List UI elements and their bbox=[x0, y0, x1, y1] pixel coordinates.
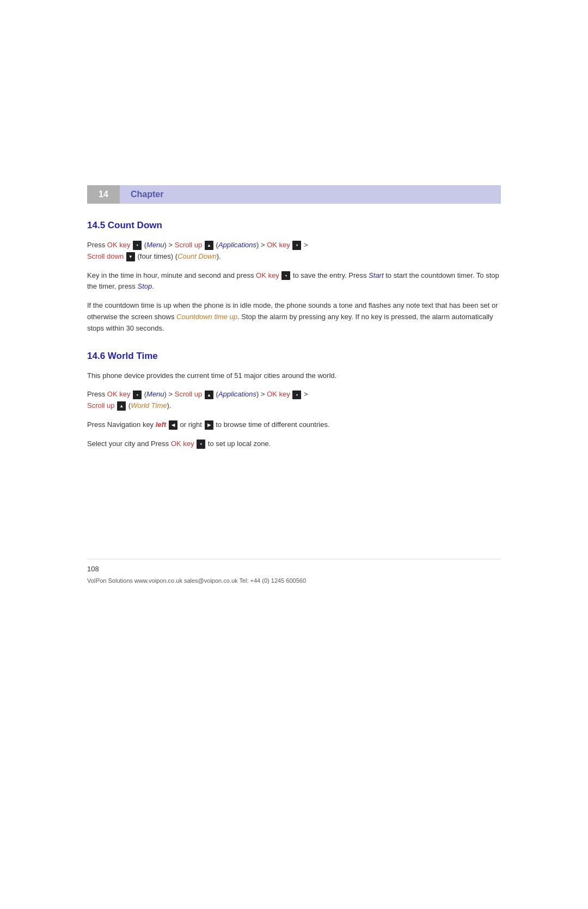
menu-italic-2: Menu bbox=[146, 390, 164, 398]
menu-italic-1: Menu bbox=[146, 241, 164, 249]
content-area: 14 Chapter 14.5 Count Down Press OK key … bbox=[0, 0, 588, 617]
left-arrow-icon bbox=[169, 420, 177, 430]
right-label: right bbox=[188, 420, 202, 429]
ok-key-icon-3: ▪ bbox=[281, 271, 290, 280]
section-14-5: 14.5 Count Down Press OK key ▪ (Menu) > … bbox=[87, 220, 501, 334]
ok-key-text-1: OK key bbox=[107, 241, 131, 249]
scroll-down-text-1: Scroll down bbox=[87, 252, 124, 260]
scroll-down-icon-1 bbox=[126, 252, 135, 261]
stop-link: Stop bbox=[137, 282, 152, 290]
footer-contact: VoIPon Solutions www.voipon.co.uk sales@… bbox=[87, 577, 501, 584]
section-46-para1: This phone device provides the current t… bbox=[87, 370, 501, 382]
ok-key-icon-6: ▪ bbox=[197, 440, 205, 448]
chapter-number: 14 bbox=[87, 185, 120, 204]
left-label: left bbox=[156, 420, 167, 429]
countdown-time-up-link: Countdown time up bbox=[176, 313, 237, 321]
section-45-para3: If the countdown time is up when the pho… bbox=[87, 300, 501, 334]
start-link: Start bbox=[369, 271, 383, 279]
world-time-link: World Time bbox=[131, 401, 167, 410]
page-number: 108 bbox=[87, 565, 501, 573]
section-45-heading: 14.5 Count Down bbox=[87, 220, 501, 231]
section-46-para2: Press OK key ▪ (Menu) > Scroll up (Appli… bbox=[87, 389, 501, 412]
ok-key-text-2: OK key bbox=[267, 241, 290, 249]
ok-key-icon-2: ▪ bbox=[292, 241, 301, 249]
section-14-6: 14.6 World Time This phone device provid… bbox=[87, 351, 501, 450]
chapter-label: Chapter bbox=[120, 185, 501, 204]
ok-key-icon-4: ▪ bbox=[133, 391, 142, 399]
applications-italic-1: Applications bbox=[218, 241, 256, 249]
applications-italic-2: Applications bbox=[218, 390, 256, 398]
ok-key-text-3: OK key bbox=[256, 271, 279, 279]
scroll-up-icon-1 bbox=[205, 241, 213, 250]
menu-key-icon-1: ▪ bbox=[133, 241, 142, 249]
scroll-up-text-1: Scroll up bbox=[175, 241, 203, 249]
scroll-up-text-2: Scroll up bbox=[175, 390, 203, 398]
scroll-up-text-3: Scroll up bbox=[87, 401, 115, 410]
section-45-para2: Key in the time in hour, minute and seco… bbox=[87, 270, 501, 293]
right-arrow-icon bbox=[205, 420, 213, 430]
section-46-para3: Press Navigation key left or right to br… bbox=[87, 419, 501, 431]
ok-key-icon-5: ▪ bbox=[292, 391, 301, 399]
ok-key-text-4: OK key bbox=[107, 390, 131, 398]
count-down-link: Count Down bbox=[177, 252, 217, 260]
section-46-heading: 14.6 World Time bbox=[87, 351, 501, 362]
scroll-up-icon-2 bbox=[205, 391, 213, 400]
ok-key-text-5: OK key bbox=[267, 390, 290, 398]
page: 14 Chapter 14.5 Count Down Press OK key … bbox=[0, 0, 588, 909]
scroll-up-icon-3 bbox=[117, 401, 126, 411]
footer: 108 VoIPon Solutions www.voipon.co.uk sa… bbox=[87, 559, 501, 584]
section-46-para4: Select your city and Press OK key ▪ to s… bbox=[87, 438, 501, 450]
chapter-bar: 14 Chapter bbox=[87, 185, 501, 204]
ok-key-text-6: OK key bbox=[171, 440, 194, 448]
section-45-para1: Press OK key ▪ (Menu) > Scroll up (Appli… bbox=[87, 240, 501, 263]
